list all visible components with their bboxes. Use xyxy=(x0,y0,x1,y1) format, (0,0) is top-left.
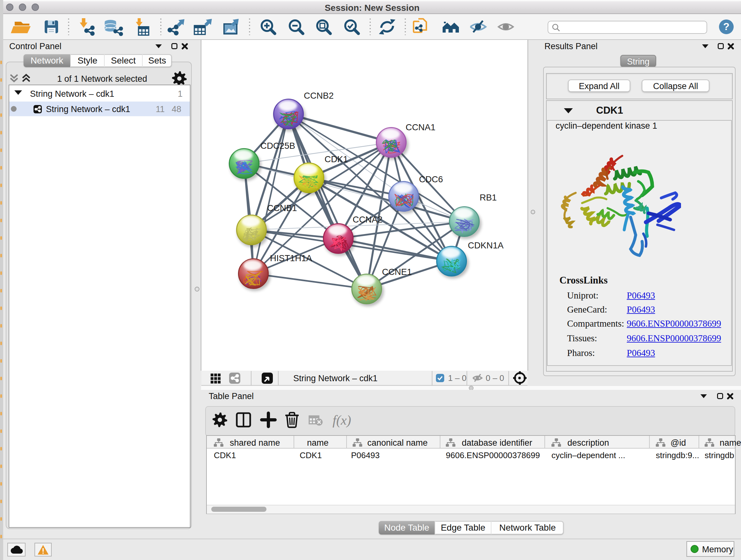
svg-text:f(x): f(x) xyxy=(333,413,351,428)
